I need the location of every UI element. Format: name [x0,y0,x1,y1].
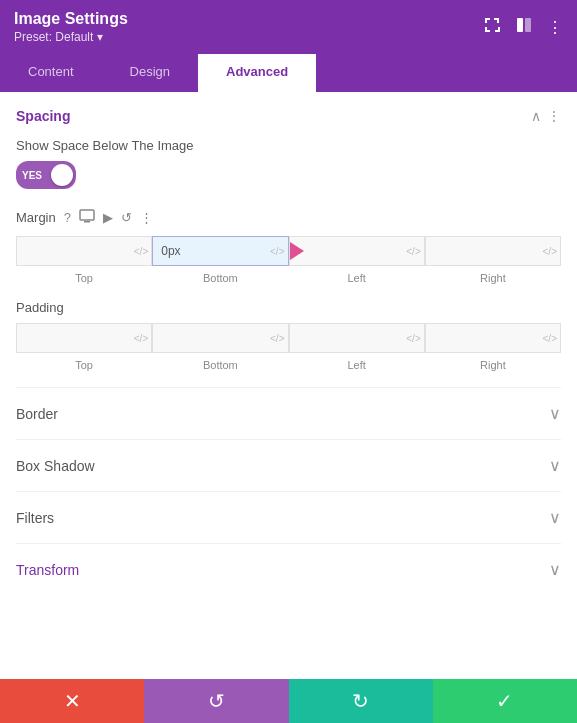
box-shadow-header[interactable]: Box Shadow ∨ [16,456,561,475]
margin-dots-icon[interactable]: ⋮ [138,208,155,227]
margin-labels: Top Bottom Left Right [16,272,561,284]
margin-bottom-link-icon[interactable]: </> [270,246,284,257]
margin-bottom-input[interactable] [152,236,288,266]
more-icon[interactable]: ⋮ [547,18,563,37]
toggle-container: YES [16,161,561,189]
padding-right-link-icon[interactable]: </> [543,333,557,344]
expand-icon[interactable] [483,16,501,38]
margin-top-label: Top [16,272,152,284]
padding-labels: Top Bottom Left Right [16,359,561,371]
tabs-bar: Content Design Advanced [0,54,577,92]
margin-inputs: </> </> </> </> [16,236,561,266]
svg-rect-3 [84,221,90,223]
box-shadow-section: Box Shadow ∨ [16,439,561,491]
header-title: Image Settings [14,10,128,28]
padding-label: Padding [16,300,64,315]
filters-chevron-icon: ∨ [549,508,561,527]
margin-bottom-label: Bottom [152,272,288,284]
svg-rect-0 [517,18,523,32]
border-header[interactable]: Border ∨ [16,404,561,423]
header-text: Image Settings Preset: Default ▾ [14,10,128,44]
margin-right-cell: </> [425,236,561,266]
toggle-handle [51,164,73,186]
spacing-title: Spacing [16,108,70,124]
padding-right-label: Right [425,359,561,371]
padding-bottom-label: Bottom [152,359,288,371]
border-title: Border [16,406,58,422]
spacing-section-header: Spacing ∧ ⋮ [16,108,561,124]
svg-rect-2 [80,210,94,220]
spacing-section-icons: ∧ ⋮ [531,108,561,124]
padding-bottom-link-icon[interactable]: </> [270,333,284,344]
padding-top-label: Top [16,359,152,371]
collapse-icon[interactable]: ∧ [531,108,541,124]
cancel-button[interactable]: ✕ [0,679,144,723]
margin-right-link-icon[interactable]: </> [543,246,557,257]
undo-icon: ↺ [208,689,225,713]
content-area: Spacing ∧ ⋮ Show Space Below The Image Y… [0,92,577,692]
redo-icon: ↻ [352,689,369,713]
show-space-label: Show Space Below The Image [16,138,561,153]
margin-toolbar: ? ▶ ↺ ⋮ [62,207,155,228]
help-icon[interactable]: ? [62,208,73,227]
svg-rect-1 [525,18,531,32]
transform-section: Transform ∨ [16,543,561,595]
split-icon[interactable] [515,16,533,38]
save-icon: ✓ [496,689,513,713]
tab-design[interactable]: Design [102,54,198,92]
margin-top-cell: </> [16,236,152,266]
cancel-icon: ✕ [64,689,81,713]
box-shadow-title: Box Shadow [16,458,95,474]
border-section: Border ∨ [16,387,561,439]
margin-left-label: Left [289,272,425,284]
filters-title: Filters [16,510,54,526]
tab-advanced[interactable]: Advanced [198,54,316,92]
margin-left-input[interactable] [289,236,425,266]
header-icons: ⋮ [483,16,563,38]
margin-top-link-icon[interactable]: </> [134,246,148,257]
spacing-dots-icon[interactable]: ⋮ [547,108,561,124]
filters-section: Filters ∨ [16,491,561,543]
save-button[interactable]: ✓ [433,679,577,723]
padding-right-input[interactable] [425,323,561,353]
undo-button[interactable]: ↺ [144,679,288,723]
cursor-icon[interactable]: ▶ [101,208,115,227]
padding-row: Padding [16,300,561,315]
padding-bottom-input[interactable] [152,323,288,353]
padding-left-label: Left [289,359,425,371]
tab-content[interactable]: Content [0,54,102,92]
margin-left-link-icon[interactable]: </> [406,246,420,257]
margin-bottom-cell: </> [152,236,288,266]
reset-icon[interactable]: ↺ [119,208,134,227]
padding-top-link-icon[interactable]: </> [134,333,148,344]
transform-title: Transform [16,562,79,578]
bottom-toolbar: ✕ ↺ ↻ ✓ [0,679,577,723]
margin-left-cell: </> [289,236,425,266]
padding-inputs: </> </> </> </> [16,323,561,353]
padding-left-input[interactable] [289,323,425,353]
padding-top-cell: </> [16,323,152,353]
padding-bottom-cell: </> [152,323,288,353]
toggle-yes-label: YES [22,170,42,181]
transform-chevron-icon: ∨ [549,560,561,579]
margin-label: Margin [16,210,56,225]
desktop-icon[interactable] [77,207,97,228]
header: Image Settings Preset: Default ▾ ⋮ [0,0,577,54]
border-chevron-icon: ∨ [549,404,561,423]
padding-top-input[interactable] [16,323,152,353]
margin-right-label: Right [425,272,561,284]
filters-header[interactable]: Filters ∨ [16,508,561,527]
redo-button[interactable]: ↻ [289,679,433,723]
padding-left-link-icon[interactable]: </> [406,333,420,344]
box-shadow-chevron-icon: ∨ [549,456,561,475]
margin-top-input[interactable] [16,236,152,266]
margin-row: Margin ? ▶ ↺ ⋮ [16,207,561,228]
show-space-toggle[interactable]: YES [16,161,76,189]
transform-header[interactable]: Transform ∨ [16,560,561,579]
padding-right-cell: </> [425,323,561,353]
padding-left-cell: </> [289,323,425,353]
margin-right-input[interactable] [425,236,561,266]
bottom-arrow-indicator [290,242,304,260]
header-subtitle: Preset: Default ▾ [14,30,128,44]
